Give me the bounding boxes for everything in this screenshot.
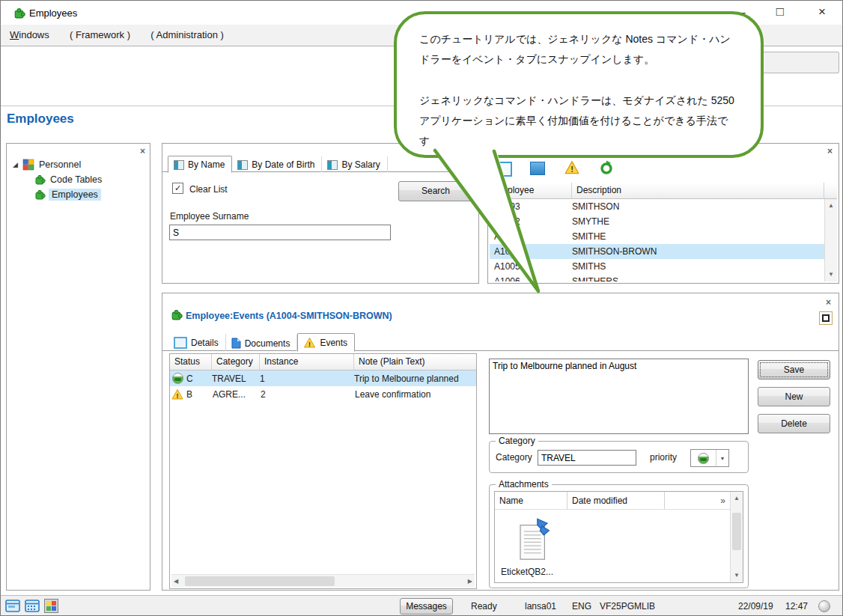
description-cell: SMITHS: [567, 261, 610, 272]
window-grid-icon[interactable]: [25, 600, 40, 612]
save-button[interactable]: Save: [758, 360, 830, 379]
scrollbar-thumb[interactable]: [732, 513, 741, 550]
svg-text:!: !: [177, 391, 179, 399]
search-button[interactable]: Search: [398, 181, 473, 201]
employee-cell: A0193: [490, 201, 567, 212]
expand-triangle-icon[interactable]: ◢: [13, 161, 18, 168]
maximize-panel-button[interactable]: [819, 311, 833, 325]
scrollbar-thumb[interactable]: [185, 576, 335, 586]
employee-grid: Employee Description A0193SMITHSON A1002…: [490, 183, 837, 281]
table-row[interactable]: A1006SMITHERS: [490, 274, 824, 281]
scroll-left-icon[interactable]: ◀: [174, 578, 178, 585]
menu-windows[interactable]: Windows: [1, 25, 58, 40]
svg-text:!: !: [570, 165, 573, 174]
attachment-file-icon[interactable]: [516, 517, 552, 564]
tab-by-date-of-birth[interactable]: By Date of Birth: [232, 156, 322, 172]
window-cascade-icon[interactable]: [5, 600, 20, 612]
category-group-legend: Category: [496, 436, 538, 446]
puzzle-icon: [34, 189, 46, 201]
column-header-instance[interactable]: Instance: [260, 354, 354, 370]
tab-details[interactable]: Details: [168, 334, 226, 351]
employee-panel-close-icon[interactable]: ×: [827, 147, 833, 156]
events-panel-close-icon[interactable]: ×: [826, 298, 831, 307]
refresh-icon[interactable]: [599, 160, 614, 175]
events-warning-toolbar-icon[interactable]: !: [564, 160, 579, 175]
window-title: Employees: [29, 7, 77, 19]
table-row[interactable]: A0193SMITHSON: [490, 199, 824, 214]
status-language: ENG: [572, 601, 591, 612]
priority-label: priority: [650, 452, 677, 463]
employee-cell: A1006: [490, 276, 567, 281]
category-input[interactable]: [538, 450, 636, 466]
status-bar: Messages Ready lansa01 ENG VF25PGMLIB 22…: [1, 595, 842, 616]
horizontal-scrollbar[interactable]: ◀ ▶: [171, 574, 475, 587]
description-cell: SMITHE: [567, 231, 610, 242]
scroll-up-icon[interactable]: ▲: [731, 493, 743, 504]
employee-list-panel: × ! Employee Description A0193SMITHSON A…: [487, 143, 839, 284]
documents-toolbar-icon[interactable]: [530, 162, 545, 175]
column-header-employee[interactable]: Employee: [490, 183, 572, 199]
scroll-up-icon[interactable]: ▲: [825, 201, 837, 211]
clear-list-checkbox[interactable]: ✓: [172, 183, 183, 194]
callout-paragraph-1: このチュートリアルでは、ジェネリックな Notes コマンド・ハンドラーをイベン…: [419, 29, 741, 70]
employee-cell: A1003: [490, 231, 567, 242]
category-label: Category: [496, 452, 532, 463]
tree-panel-close-icon[interactable]: ×: [140, 147, 145, 156]
note-cell: Leave confirmation: [350, 389, 476, 400]
column-header-category[interactable]: Category: [212, 354, 260, 370]
details-toolbar-icon[interactable]: [496, 162, 512, 177]
new-button[interactable]: New: [758, 387, 830, 406]
category-cell: TRAVEL: [207, 373, 255, 384]
event-row[interactable]: ! B AGRE... 2 Leave confirmation: [170, 386, 476, 402]
table-row-selected[interactable]: A1004SMITHSON-BROWN: [490, 244, 824, 259]
attachments-group: Attachments Name Date modified » Eticket…: [489, 479, 749, 588]
maximize-glyph: [822, 314, 830, 322]
app-window: Employees — □ × Windows ( Framework ) ( …: [0, 0, 843, 616]
status-green-icon: [172, 373, 183, 384]
scroll-down-icon[interactable]: ▼: [825, 269, 837, 280]
maximize-button[interactable]: □: [764, 1, 796, 23]
close-button[interactable]: ×: [806, 1, 838, 23]
vertical-scrollbar[interactable]: ▲ ▼: [824, 199, 837, 281]
attachments-scrollbar[interactable]: ▲ ▼: [730, 492, 743, 582]
tree-item-code-tables[interactable]: Code Tables: [7, 172, 148, 187]
column-header-note[interactable]: Note (Plain Text): [354, 354, 476, 370]
table-row[interactable]: A1002SMYTHE: [490, 214, 824, 229]
app-puzzle-icon: [13, 7, 25, 19]
column-header-description[interactable]: Description: [572, 183, 824, 199]
list-view-icon: [327, 160, 338, 170]
menu-administration[interactable]: ( Administration ): [141, 25, 233, 40]
surname-input[interactable]: [169, 225, 391, 240]
column-overflow-chevron-icon[interactable]: »: [665, 492, 730, 510]
note-textarea[interactable]: Trip to Melbourne planned in August: [489, 359, 749, 434]
svg-text:!: !: [308, 341, 311, 348]
event-row-selected[interactable]: C TRAVEL 1 Trip to Melbourne planned: [170, 370, 476, 386]
callout-paragraph-2: ジェネリックなコマンド・ハンドラーは、モダナイズされた 5250 アプリケーショ…: [419, 91, 741, 152]
tree-item-employees[interactable]: Employees: [7, 187, 148, 202]
scroll-down-icon[interactable]: ▼: [731, 570, 743, 581]
tab-documents[interactable]: Documents: [226, 335, 298, 351]
attachment-file-name[interactable]: EticketQB2...: [501, 567, 553, 577]
tree-item-personnel[interactable]: ◢ Personnel: [7, 157, 148, 172]
search-panel: By Name By Date of Birth By Salary ✓ Cle…: [162, 143, 479, 284]
scroll-right-icon[interactable]: ▶: [468, 578, 472, 585]
column-header-name[interactable]: Name: [495, 492, 567, 510]
events-panel-title: Employee:Events (A1004-SMITHSON-BROWN): [186, 311, 392, 321]
messages-button[interactable]: Messages: [400, 598, 453, 615]
column-header-date-modified[interactable]: Date modified: [567, 492, 665, 510]
colored-grid-icon[interactable]: [44, 599, 58, 613]
attachments-header: Name Date modified »: [495, 492, 743, 510]
menu-framework[interactable]: ( Framework ): [61, 25, 139, 40]
clear-list-label: Clear List: [189, 184, 228, 195]
priority-dropdown[interactable]: ▼: [690, 449, 729, 467]
tab-by-salary[interactable]: By Salary: [322, 156, 387, 172]
delete-button[interactable]: Delete: [758, 414, 830, 433]
table-row[interactable]: A1003SMITHE: [490, 229, 824, 244]
events-tabstrip: Details Documents ! Events: [168, 333, 355, 351]
events-panel: × Employee:Events (A1004-SMITHSON-BROWN)…: [162, 293, 839, 591]
column-header-status[interactable]: Status: [170, 354, 212, 370]
table-row[interactable]: A1005SMITHS: [490, 259, 824, 274]
tab-by-name[interactable]: By Name: [168, 156, 232, 173]
status-cell: B: [183, 389, 208, 400]
tab-events[interactable]: ! Events: [297, 333, 355, 352]
